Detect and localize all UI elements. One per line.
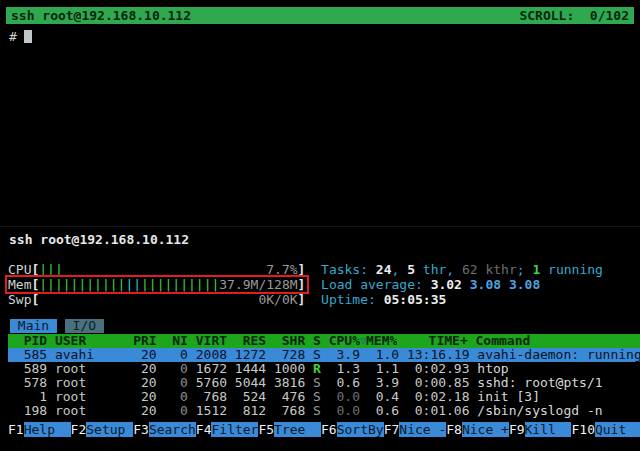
fkey-kill[interactable]: F9Kill	[509, 422, 572, 437]
fkey-tree[interactable]: F5Tree	[258, 422, 321, 437]
header-res[interactable]: RES	[235, 334, 266, 348]
fkey-search[interactable]: F3Search	[133, 422, 196, 437]
col-cpu: 0.0	[329, 390, 360, 404]
swap-bar: 0K/0K	[39, 292, 297, 307]
threads-label: thr	[415, 262, 446, 277]
col-time: 0:02.93	[407, 362, 470, 376]
fkey-setup[interactable]: F2Setup	[71, 422, 134, 437]
kthreads-count: 62 kthr	[462, 262, 517, 277]
header-pid[interactable]: PID	[8, 334, 47, 348]
col-res: 524	[235, 390, 266, 404]
cpu-label: CPU	[8, 262, 31, 277]
mem-bar-buffers: ||	[125, 277, 141, 292]
header-command[interactable]: Command	[476, 334, 640, 348]
header-status[interactable]: S	[313, 334, 321, 348]
header-pri[interactable]: PRI	[133, 334, 156, 348]
col-command: /sbin/syslogd -n	[477, 404, 640, 418]
col-gap	[360, 348, 368, 362]
header-virt[interactable]: VIRT	[196, 334, 227, 348]
mem-bar-used: |||||||||||	[39, 277, 125, 292]
fkey-label: Filter	[211, 422, 258, 437]
mem-label: Mem	[8, 277, 31, 292]
cpu-bar: |||7.7%	[39, 262, 297, 277]
col-pri: 20	[133, 390, 156, 404]
col-ni: 0	[164, 390, 187, 404]
tasks-sep: ;	[517, 262, 533, 277]
fkey-nice-minus[interactable]: F7Nice -	[384, 422, 447, 437]
mem-bar-cache: ||||||||||	[141, 277, 219, 292]
col-gap	[360, 362, 368, 376]
col-command: avahi-daemon: running	[477, 348, 640, 362]
fkey-label: Quit	[595, 422, 640, 437]
load-5min: 3.08	[470, 277, 509, 292]
col-cpu: 0.6	[329, 376, 360, 390]
mem-bracket-open: [	[31, 277, 39, 292]
threads-count: 5	[407, 262, 415, 277]
prompt-char: #	[9, 29, 17, 44]
fkey-key: F6	[321, 422, 337, 437]
pane-title: ssh root@192.168.10.112	[9, 232, 189, 247]
fkey-quit[interactable]: F10Quit	[571, 422, 640, 437]
cpu-meter: CPU[|||7.7%]	[8, 262, 321, 277]
tab-io[interactable]: I/O	[65, 319, 104, 333]
col-ni: 0	[164, 376, 187, 390]
col-shr: 476	[274, 390, 305, 404]
col-time: 13:16.19	[407, 348, 470, 362]
col-status: S	[313, 404, 321, 418]
col-command: sshd: root@pts/1	[477, 376, 640, 390]
col-res: 812	[235, 404, 266, 418]
col-user: root	[55, 362, 125, 376]
col-user: avahi	[55, 348, 125, 362]
tasks-line: Tasks: 24, 5 thr, 62 kthr; 1 running	[321, 262, 632, 277]
col-user: root	[55, 376, 125, 390]
header-time[interactable]: TIME+	[405, 334, 468, 348]
process-row[interactable]: 589 root 20 0 1672 1444 1000 R 1.3 1.1 0…	[8, 362, 640, 376]
fkey-nice-plus[interactable]: F8Nice +	[446, 422, 509, 437]
tasks-count: 24	[376, 262, 392, 277]
col-res: 5044	[235, 376, 266, 390]
uptime-label: Uptime:	[321, 292, 384, 307]
bottom-terminal-pane: ssh root@192.168.10.112 CPU[|||7.7%] Mem…	[0, 226, 640, 451]
fkey-help[interactable]: F1Help	[8, 422, 71, 437]
table-header[interactable]: PID USER PRI NI VIRT RES SHR S CPU% ▽ ME…	[8, 334, 640, 348]
header-user[interactable]: USER	[55, 334, 125, 348]
col-time: 0:02.18	[407, 390, 470, 404]
col-pri: 20	[133, 404, 156, 418]
shell-prompt[interactable]: #	[9, 29, 32, 43]
cpu-bracket-open: [	[31, 262, 39, 277]
fkey-key: F2	[71, 422, 87, 437]
header-mem[interactable]: MEM%	[366, 334, 397, 348]
htop-function-bar: F1Help F2Setup F3Search F4Filter F5Tree …	[8, 422, 640, 437]
load-1min: 3.02	[431, 277, 470, 292]
process-row-selected[interactable]: 585 avahi 20 0 2008 1272 728 S 3.9 1.0 1…	[8, 348, 640, 362]
header-ni[interactable]: NI	[164, 334, 187, 348]
col-virt: 768	[196, 390, 227, 404]
cpu-value: 7.7%	[266, 262, 297, 277]
process-row[interactable]: 1 root 20 0 768 524 476 S 0.0 0.4 0:02.1…	[8, 390, 640, 404]
col-command: htop	[477, 362, 640, 376]
fkey-sortby[interactable]: F6SortBy	[321, 422, 384, 437]
col-ni: 0	[164, 362, 187, 376]
col-user: root	[55, 390, 125, 404]
tab-main[interactable]: Main	[10, 319, 57, 333]
process-table: PID USER PRI NI VIRT RES SHR S CPU% ▽ ME…	[8, 334, 640, 418]
col-mem: 1.0	[368, 348, 399, 362]
fkey-filter[interactable]: F4Filter	[196, 422, 259, 437]
col-time: 0:01.06	[407, 404, 470, 418]
process-row[interactable]: 198 root 20 0 1512 812 768 S 0.0 0.6 0:0…	[8, 404, 640, 418]
header-cpu[interactable]: CPU%	[329, 334, 360, 348]
swap-bracket-open: [	[31, 292, 39, 307]
swap-meter: Swp[0K/0K]	[8, 292, 321, 307]
process-row[interactable]: 578 root 20 0 5760 5044 3816 S 0.6 3.9 0…	[8, 376, 640, 390]
col-virt: 5760	[196, 376, 227, 390]
running-count: 1	[532, 262, 540, 277]
col-pri: 20	[133, 362, 156, 376]
swap-value: 0K/0K	[258, 292, 297, 307]
col-pid: 198	[8, 404, 47, 418]
col-virt: 1672	[196, 362, 227, 376]
ssh-session-title: ssh root@192.168.10.112	[11, 8, 191, 23]
stats-column: Tasks: 24, 5 thr, 62 kthr; 1 running Loa…	[321, 262, 632, 307]
fkey-key: F3	[133, 422, 149, 437]
header-shr[interactable]: SHR	[274, 334, 305, 348]
fkey-label: Tree	[274, 422, 321, 437]
